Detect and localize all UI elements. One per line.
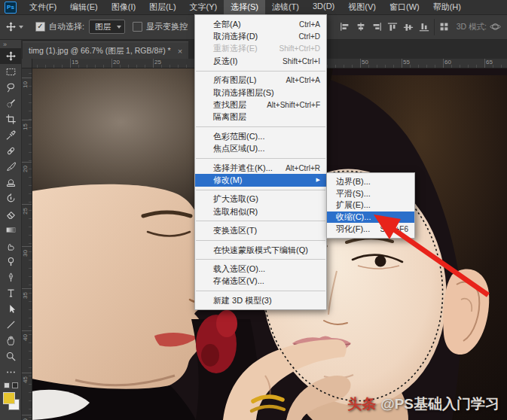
submenu-item-contract[interactable]: 收缩(C)... xyxy=(327,212,414,224)
crop-tool[interactable] xyxy=(0,111,21,127)
align-center-h-icon[interactable] xyxy=(356,22,366,32)
type-tool[interactable] xyxy=(0,285,21,301)
swap-colors-icon[interactable] xyxy=(0,380,21,389)
menu-item-load-selection[interactable]: 载入选区(O)... xyxy=(195,263,326,275)
menu-item-color-range[interactable]: 色彩范围(C)... xyxy=(195,130,326,142)
vruler-label-30: 30 xyxy=(22,250,29,257)
menu-item-label: 选择并遮住(K)... xyxy=(213,163,273,174)
more-tool[interactable] xyxy=(0,364,21,380)
menubar-item-文件F[interactable]: 文件(F) xyxy=(23,0,63,14)
smudge-tool[interactable] xyxy=(0,238,21,254)
menu-item-shortcut: Ctrl+A xyxy=(299,20,320,29)
path-select-tool[interactable] xyxy=(0,301,21,317)
menu-item-select-and-mask[interactable]: 选择并遮住(K)...Alt+Ctrl+R xyxy=(195,162,326,174)
hand-tool[interactable] xyxy=(0,333,21,348)
move-tool[interactable] xyxy=(0,48,21,64)
menu-item-shortcut: Alt+Ctrl+A xyxy=(286,76,320,84)
menubar-item-帮助H[interactable]: 帮助(H) xyxy=(426,0,468,14)
auto-select-target-dropdown[interactable]: 图层 xyxy=(89,20,125,34)
menu-item-label: 在快速蒙版模式下编辑(Q) xyxy=(213,245,308,256)
pen-tool[interactable] xyxy=(0,269,21,285)
history-brush-tool[interactable] xyxy=(0,190,21,206)
menu-separator xyxy=(196,158,325,159)
menu-item-find-layers[interactable]: 查找图层Alt+Shift+Ctrl+F xyxy=(195,99,326,111)
clone-stamp-tool[interactable] xyxy=(0,175,21,190)
menu-item-label: 取消选择(D) xyxy=(213,31,258,42)
align-bottom-icon[interactable] xyxy=(419,22,429,32)
auto-select-checkbox[interactable]: ✓ xyxy=(35,22,45,32)
submenu-item-feather[interactable]: 羽化(F)...Shift+F6 xyxy=(327,223,414,235)
orbit-3d-icon[interactable] xyxy=(490,22,501,32)
foreground-color-swatch[interactable] xyxy=(3,392,15,404)
quick-select-tool[interactable] xyxy=(0,96,21,111)
tool-preset-chevron-icon[interactable] xyxy=(19,26,23,29)
menu-item-similar[interactable]: 选取相似(R) xyxy=(195,205,326,218)
menubar-item-3DD[interactable]: 3D(D) xyxy=(306,0,341,14)
menu-item-label: 色彩范围(C)... xyxy=(213,131,264,142)
menu-item-isolate-layers[interactable]: 隔离图层 xyxy=(195,111,326,123)
menubar-item-滤镜T[interactable]: 滤镜(T) xyxy=(265,0,306,14)
menu-item-deselect[interactable]: 取消选择(D)Ctrl+D xyxy=(195,30,326,42)
menu-item-label: 所有图层(L) xyxy=(213,75,256,86)
menu-item-all-layers[interactable]: 所有图层(L)Alt+Ctrl+A xyxy=(195,75,326,87)
eraser-tool[interactable] xyxy=(0,206,21,222)
menu-item-shortcut: Shift+Ctrl+D xyxy=(279,44,320,53)
distribute-grid-icon[interactable] xyxy=(439,22,449,32)
align-right-icon[interactable] xyxy=(371,22,382,32)
menu-item-new-3d-extrusion[interactable]: 新建 3D 模型(3) xyxy=(195,294,326,306)
menu-item-modify[interactable]: 修改(M)▶ xyxy=(195,174,326,186)
menubar-item-窗口W[interactable]: 窗口(W) xyxy=(383,0,426,14)
document-title: timg (1).jpg @ 66.7% (图层 1, RGB/8#) * xyxy=(29,46,171,56)
menubar-item-文字Y[interactable]: 文字(Y) xyxy=(183,0,224,14)
brush-icon xyxy=(5,161,17,172)
align-middle-icon[interactable] xyxy=(403,22,414,32)
menu-item-shortcut: Shift+Ctrl+I xyxy=(283,57,320,65)
eyedropper-tool[interactable] xyxy=(0,127,21,143)
brush-tool[interactable] xyxy=(0,159,21,175)
toolbar-expand-icon[interactable]: » xyxy=(0,39,21,48)
menu-item-label: 查找图层 xyxy=(213,99,246,111)
path-select-icon xyxy=(5,303,17,315)
menubar-item-视图V[interactable]: 视图(V) xyxy=(341,0,383,14)
menu-item-inverse[interactable]: 反选(I)Shift+Ctrl+I xyxy=(195,55,326,67)
menu-item-transform-selection[interactable]: 变换选区(T) xyxy=(195,224,326,236)
menu-item-deselect-layers[interactable]: 取消选择图层(S) xyxy=(195,87,326,99)
align-top-icon[interactable] xyxy=(387,22,398,32)
submenu-item-label: 扩展(E)... xyxy=(336,199,371,211)
menu-item-focus-area[interactable]: 焦点区域(U)... xyxy=(195,143,326,155)
eraser-icon xyxy=(5,208,17,220)
menubar-item-编辑E[interactable]: 编辑(E) xyxy=(63,0,105,14)
menu-separator xyxy=(196,240,325,241)
clone-stamp-icon xyxy=(5,177,17,188)
lasso-tool[interactable] xyxy=(0,80,21,96)
photoshop-logo-icon[interactable]: Ps xyxy=(5,2,17,14)
marquee-tool[interactable] xyxy=(0,64,21,80)
menubar-item-图层L[interactable]: 图层(L) xyxy=(142,0,182,14)
submenu-item-label: 平滑(S)... xyxy=(336,188,371,199)
menu-item-select-all[interactable]: 全部(A)Ctrl+A xyxy=(195,18,326,30)
menu-separator xyxy=(196,126,325,127)
menu-item-save-selection[interactable]: 存储选区(V)... xyxy=(195,275,326,288)
color-swatches[interactable] xyxy=(0,391,21,413)
submenu-item-border[interactable]: 边界(B)... xyxy=(327,176,414,188)
gradient-tool[interactable] xyxy=(0,222,21,238)
heal-tool[interactable] xyxy=(0,143,21,159)
menu-item-grow[interactable]: 扩大选取(G) xyxy=(195,193,326,205)
zoom-tool[interactable] xyxy=(0,348,21,364)
submenu-item-expand[interactable]: 扩展(E)... xyxy=(327,199,414,212)
dodge-tool[interactable] xyxy=(0,254,21,269)
menubar-item-选择S[interactable]: 选择(S) xyxy=(224,0,265,14)
shape-tool[interactable] xyxy=(0,317,21,333)
show-transform-label: 显示变换控 xyxy=(146,21,188,32)
menu-item-shortcut: Alt+Ctrl+R xyxy=(286,164,320,172)
close-tab-icon[interactable]: × xyxy=(178,47,182,56)
vruler-label-15: 15 xyxy=(22,123,29,130)
show-transform-checkbox[interactable] xyxy=(133,22,142,32)
submenu-item-smooth[interactable]: 平滑(S)... xyxy=(327,188,414,200)
document-tab[interactable]: timg (1).jpg @ 66.7% (图层 1, RGB/8#) * × xyxy=(23,41,188,59)
menu-item-edit-in-quick-mask[interactable]: 在快速蒙版模式下编辑(Q) xyxy=(195,244,326,256)
align-left-icon[interactable] xyxy=(340,22,350,32)
eyedropper-icon xyxy=(5,129,17,141)
menu-item-label: 存储选区(V)... xyxy=(213,275,264,287)
menubar-item-图像I[interactable]: 图像(I) xyxy=(105,0,142,14)
